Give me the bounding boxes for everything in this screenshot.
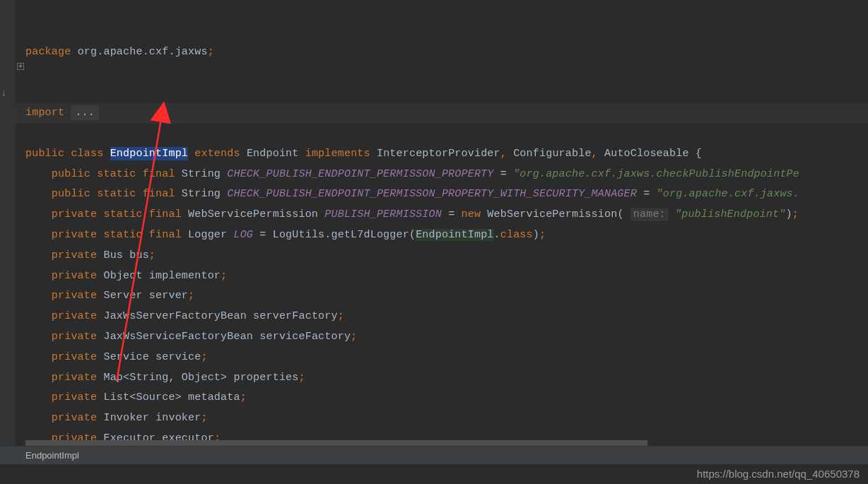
code-content[interactable]: package org.apache.cxf.jaxws; import ...… <box>25 22 799 452</box>
class-name-selected[interactable]: EndpointImpl <box>110 147 188 160</box>
string-literal: "publishEndpoint" <box>675 208 785 220</box>
interface-3: AutoCloseable <box>604 148 689 160</box>
field-name: CHECK_PUBLISH_ENDPOINT_PERMISSON_PROPERT… <box>227 188 637 200</box>
field-name: properties <box>233 372 298 384</box>
field-name: metadata <box>188 391 240 403</box>
modifiers: private <box>52 372 97 384</box>
field-name: serviceFactory <box>259 331 351 343</box>
string-literal: "org.apache.cxf.jaxws.checkPublishEndpoi… <box>513 168 799 180</box>
field-name: invoker <box>156 412 201 424</box>
modifiers: private static final <box>52 208 182 220</box>
import-folded[interactable]: ... <box>71 105 99 120</box>
watermark: https://blog.csdn.net/qq_40650378 <box>697 468 860 480</box>
breadcrumb-item[interactable]: EndpointImpl <box>25 450 79 461</box>
modifiers: private <box>52 290 97 302</box>
keyword-import: import <box>25 107 64 119</box>
package-name: org.apache.cxf.jaxws <box>78 46 208 58</box>
keyword-public: public <box>25 148 64 160</box>
keyword-class-literal: class <box>500 229 533 241</box>
modifiers: private <box>52 270 97 282</box>
field-name: bus <box>129 249 149 261</box>
type: String <box>182 168 221 180</box>
class-reference: EndpointImpl <box>416 229 493 241</box>
string-literal: "org.apache.cxf.jaxws. <box>657 188 799 200</box>
superclass: Endpoint <box>247 148 299 160</box>
type: Bus <box>103 249 123 261</box>
modifiers: private static final <box>52 229 182 241</box>
type: Object <box>103 270 142 282</box>
field-name: LOG <box>233 229 253 241</box>
constructor: WebServicePermission <box>487 208 617 220</box>
modifiers: private <box>52 310 97 322</box>
editor-area[interactable]: + ↓ package org.apache.cxf.jaxws; import… <box>0 0 868 452</box>
modifiers: private <box>52 331 97 343</box>
fold-expand-icon[interactable]: + <box>17 63 24 70</box>
field-name: implementor <box>149 270 221 282</box>
modifiers: private <box>52 391 97 403</box>
modifiers: public static final <box>52 188 175 200</box>
keyword-extends: extends <box>194 148 240 160</box>
type: Map<String, Object> <box>103 372 227 384</box>
field-name: serverFactory <box>253 310 338 322</box>
interface-2: Configurable <box>513 148 591 160</box>
type: JaxWsServiceFactoryBean <box>103 331 253 343</box>
modifiers: public static final <box>52 168 175 180</box>
keyword-class: class <box>71 148 103 160</box>
field-name: server <box>149 290 188 302</box>
gutter-arrow-icon: ↓ <box>1 88 6 99</box>
type: WebServicePermission <box>188 208 318 220</box>
type: Invoker <box>103 412 148 424</box>
breadcrumb[interactable]: EndpointImpl <box>0 446 868 464</box>
modifiers: private <box>52 249 97 261</box>
keyword-implements: implements <box>305 148 370 160</box>
type: List<Source> <box>103 391 181 403</box>
type: String <box>182 188 221 200</box>
keyword-package: package <box>25 46 71 58</box>
interface-1: InterceptorProvider <box>377 148 500 160</box>
type: Server <box>103 290 142 302</box>
modifiers: private <box>52 412 97 424</box>
field-name: PUBLISH_PERMISSION <box>324 208 442 220</box>
field-name: service <box>156 351 201 363</box>
type: Service <box>103 351 148 363</box>
gutter <box>0 0 16 452</box>
field-name: CHECK_PUBLISH_ENDPOINT_PERMISSON_PROPERT… <box>227 168 493 180</box>
keyword-new: new <box>462 208 481 220</box>
method-call: LogUtils.getL7dLogger <box>273 229 409 241</box>
param-hint: name: <box>631 208 669 221</box>
type: Logger <box>188 229 227 241</box>
type: JaxWsServerFactoryBean <box>103 310 246 322</box>
modifiers: private <box>52 351 97 363</box>
